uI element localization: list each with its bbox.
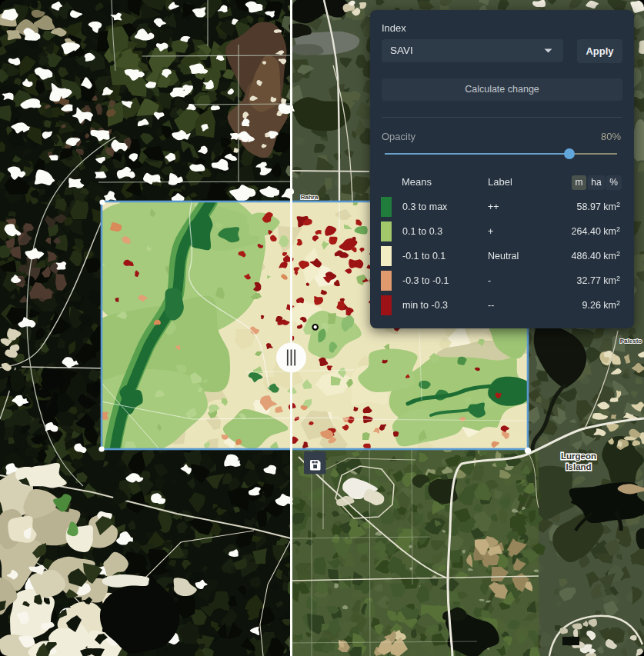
svg-text:Lurgeon: Lurgeon: [561, 451, 596, 461]
svg-text:Palesto: Palesto: [620, 338, 642, 345]
svg-text:Island: Island: [566, 462, 591, 471]
svg-text:Rahra: Rahra: [301, 194, 319, 201]
